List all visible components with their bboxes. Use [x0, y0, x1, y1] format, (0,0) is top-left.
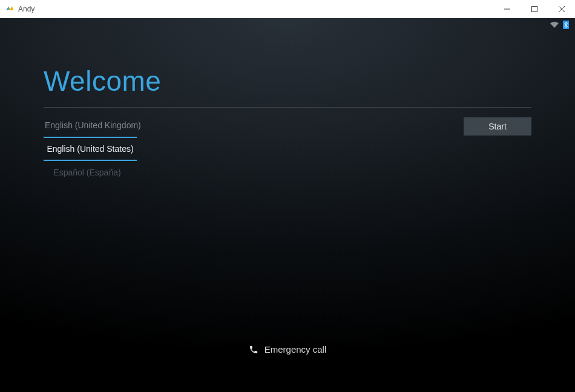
window-title: Andy: [18, 5, 493, 13]
emergency-call-button[interactable]: Emergency call: [0, 344, 575, 354]
window-controls: [493, 0, 575, 18]
divider: [44, 107, 531, 108]
language-picker[interactable]: English (United Kingdom) English (United…: [44, 114, 137, 184]
android-viewport: Welcome English (United Kingdom) English…: [0, 18, 575, 392]
status-bar: [0, 18, 575, 31]
phone-icon: [249, 345, 258, 354]
start-button-label: Start: [488, 122, 507, 131]
setup-row: English (United Kingdom) English (United…: [44, 109, 531, 184]
window-titlebar: Andy: [0, 0, 575, 18]
close-button[interactable]: [548, 0, 575, 18]
navigation-bar: [0, 363, 575, 392]
minimize-button[interactable]: [493, 0, 521, 18]
emergency-call-label: Emergency call: [264, 344, 327, 354]
bluetooth-icon: [563, 21, 569, 29]
wifi-icon: [550, 21, 559, 28]
language-option-above[interactable]: English (United Kingdom): [44, 114, 137, 137]
maximize-button[interactable]: [521, 0, 548, 18]
welcome-title: Welcome: [44, 65, 531, 97]
setup-content: Welcome English (United Kingdom) English…: [0, 31, 575, 184]
start-button[interactable]: Start: [464, 117, 531, 136]
app-icon: [5, 4, 15, 14]
svg-rect-1: [531, 6, 537, 11]
language-option-below[interactable]: Español (España): [44, 161, 137, 184]
language-option-selected[interactable]: English (United States): [44, 137, 137, 161]
